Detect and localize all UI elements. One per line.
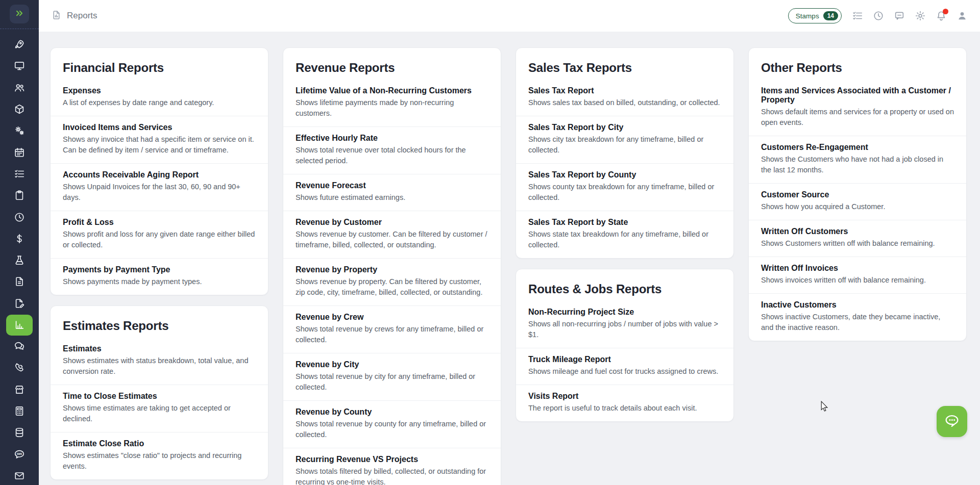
report-link-item[interactable]: Revenue Forecast Shows future estimated … [283, 174, 501, 211]
report-link-item[interactable]: Inactive Customers Shows inactive Custom… [749, 293, 966, 341]
card-items: Estimates Shows estimates with status br… [51, 338, 268, 479]
mail-icon [14, 470, 25, 481]
card-title: Estimates Reports [51, 306, 268, 338]
report-link-item[interactable]: Customer Source Shows how you acquired a… [749, 183, 966, 220]
live-chat-fab[interactable] [937, 406, 967, 437]
report-card: Other Reports Items and Services Associa… [748, 47, 967, 341]
report-link-item[interactable]: Visits Report The report is useful to tr… [516, 385, 733, 421]
report-link-item[interactable]: Expenses A list of expenses by date rang… [51, 80, 268, 116]
report-link-item[interactable]: Items and Services Associated with a Cus… [749, 80, 966, 136]
sidebar-item-sms[interactable]: SMS [0, 444, 39, 465]
report-description: Shows payments made by payment types. [63, 276, 256, 287]
report-link-item[interactable]: Customers Re-Engagement Shows the Custom… [749, 136, 966, 183]
report-title: Items and Services Associated with a Cus… [761, 86, 954, 105]
gear-button[interactable] [915, 10, 926, 21]
report-title: Revenue by Crew [296, 313, 488, 322]
report-title: Profit & Loss [63, 218, 256, 227]
report-title: Revenue by City [296, 360, 488, 369]
report-link-item[interactable]: Payments by Payment Type Shows payments … [51, 258, 268, 295]
checklist-icon [14, 168, 25, 180]
report-link-item[interactable]: Sales Tax Report by City Shows city tax … [516, 116, 733, 163]
report-title: Sales Tax Report [528, 86, 721, 95]
report-column-1: Financial Reports Expenses A list of exp… [50, 47, 268, 480]
report-link-item[interactable]: Revenue by Crew Shows total revenue by c… [283, 305, 501, 353]
report-description: Shows the Customers who have not had a j… [761, 154, 954, 175]
report-title: Expenses [63, 86, 256, 95]
report-link-item[interactable]: Written Off Customers Shows Customers wr… [749, 220, 966, 257]
card-title: Financial Reports [51, 48, 268, 80]
report-link-item[interactable]: Profit & Loss Shows profit and loss for … [51, 211, 268, 258]
sidebar-item-mail[interactable] [0, 465, 39, 485]
bell-button[interactable] [936, 10, 947, 21]
report-title: Sales Tax Report by City [528, 123, 721, 132]
sidebar-item-document[interactable] [0, 271, 39, 292]
sidebar-item-phone[interactable] [0, 357, 39, 378]
report-link-item[interactable]: Invoiced Items and Services Shows any in… [51, 116, 268, 163]
report-description: Shows totals filtered by billed, collect… [296, 466, 488, 485]
report-title: Revenue by County [296, 407, 488, 417]
rocket-icon [14, 39, 25, 50]
sidebar-item-flask[interactable] [0, 249, 39, 271]
dollar-icon [14, 233, 25, 244]
report-link-item[interactable]: Lifetime Value of a Non-Recurring Custom… [283, 80, 501, 126]
report-description: Shows estimates "close ratio" to project… [63, 450, 256, 472]
report-description: Shows all non-recurring jobs / number of… [528, 319, 721, 340]
sidebar-nav: SMS [0, 34, 39, 485]
stamps-button[interactable]: Stamps 14 [788, 8, 842, 23]
report-link-item[interactable]: Truck Mileage Report Shows mileage and f… [516, 348, 733, 385]
report-link-item[interactable]: Revenue by City Shows total revenue by c… [283, 353, 501, 400]
sidebar-item-calendar[interactable] [0, 141, 39, 163]
sidebar-item-bar-chart[interactable] [0, 314, 39, 336]
report-link-item[interactable]: Revenue by Property Shows revenue by pro… [283, 258, 501, 305]
report-link-item[interactable]: Written Off Invoices Shows invoices writ… [749, 257, 966, 293]
report-link-item[interactable]: Sales Tax Report by County Shows county … [516, 163, 733, 211]
report-link-item[interactable]: Estimate Close Ratio Shows estimates "cl… [51, 432, 268, 479]
report-link-item[interactable]: Sales Tax Report by State Shows state ta… [516, 211, 733, 258]
report-link-item[interactable]: Recurring Revenue VS Projects Shows tota… [283, 448, 501, 485]
sidebar-divider [0, 29, 39, 29]
user-button[interactable] [957, 10, 968, 21]
report-link-item[interactable]: Effective Hourly Rate Shows total revenu… [283, 126, 501, 174]
report-title: Estimate Close Ratio [63, 439, 256, 448]
report-title: Accounts Receivable Aging Report [63, 170, 256, 180]
report-description: Shows sales tax based on billed, outstan… [528, 97, 721, 108]
report-link-item[interactable]: Revenue by Customer Shows revenue by cus… [283, 211, 501, 258]
card-items: Items and Services Associated with a Cus… [749, 80, 966, 341]
sidebar-item-gears[interactable] [0, 120, 39, 141]
report-link-item[interactable]: Accounts Receivable Aging Report Shows U… [51, 163, 268, 211]
clock-button[interactable] [873, 10, 884, 21]
sidebar-item-monitor[interactable] [0, 55, 39, 76]
report-column-4: Other Reports Items and Services Associa… [748, 47, 967, 341]
card-title: Sales Tax Reports [516, 48, 733, 80]
report-link-item[interactable]: Sales Tax Report Shows sales tax based o… [516, 80, 733, 116]
sidebar-item-chat-bubbles[interactable] [0, 336, 39, 357]
report-link-item[interactable]: Time to Close Estimates Shows time estim… [51, 385, 268, 432]
card-title: Other Reports [749, 48, 966, 80]
report-link-item[interactable]: Estimates Shows estimates with status br… [51, 338, 268, 385]
sidebar-item-clipboard[interactable] [0, 185, 39, 206]
report-description: The report is useful to track details ab… [528, 403, 721, 414]
sidebar-item-checklist[interactable] [0, 163, 39, 185]
report-description: Shows total revenue by city for any time… [296, 371, 488, 393]
sidebar-item-database[interactable] [0, 422, 39, 443]
sidebar-item-dollar[interactable] [0, 228, 39, 249]
comment-button[interactable] [894, 10, 905, 21]
sidebar-item-rocket[interactable] [0, 34, 39, 55]
sidebar-item-cube[interactable] [0, 98, 39, 120]
sidebar-item-store[interactable] [0, 379, 39, 400]
sidebar-item-calculator[interactable] [0, 400, 39, 422]
checklist-button[interactable] [852, 10, 863, 21]
report-description: Shows total revenue by crews for any tim… [296, 324, 488, 345]
report-link-item[interactable]: Revenue by County Shows total revenue by… [283, 400, 501, 448]
report-description: Shows mileage and fuel cost for trucks a… [528, 366, 721, 377]
sms-icon: SMS [14, 449, 25, 460]
report-document-icon [51, 10, 62, 22]
sidebar-item-customers[interactable] [0, 77, 39, 98]
sidebar-item-document-edit[interactable] [0, 293, 39, 314]
svg-text:SMS: SMS [17, 453, 22, 455]
gears-icon [14, 125, 25, 136]
report-link-item[interactable]: Non-Recurring Project Size Shows all non… [516, 301, 733, 348]
sidebar-item-clock[interactable] [0, 206, 39, 227]
sidebar-expand-button[interactable] [10, 5, 29, 23]
report-description: Shows invoices written off with balance … [761, 275, 954, 286]
